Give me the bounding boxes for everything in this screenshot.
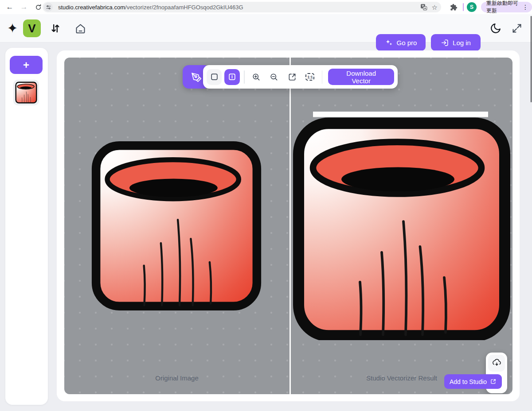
vectorizer-logo[interactable]: V [23, 19, 41, 37]
go-pro-button[interactable]: Go pro [376, 34, 426, 51]
external-link-icon [490, 378, 497, 385]
split-divider[interactable] [289, 58, 291, 394]
chrome-menu-icon[interactable]: ⋮ [522, 4, 528, 11]
log-in-label: Log in [453, 39, 471, 47]
sparkle-glyph: ✦ [7, 22, 18, 35]
logo-letter: V [28, 22, 35, 35]
actual-size-button[interactable]: 1:1 [302, 69, 317, 85]
dark-mode-moon-icon[interactable] [489, 22, 503, 35]
zoom-out-button[interactable] [266, 69, 282, 85]
original-pane-label: Original Image [155, 374, 199, 382]
browser-back-icon[interactable]: ← [4, 2, 15, 12]
download-vector-button[interactable]: Download Vector [328, 69, 394, 85]
extensions-icon[interactable] [448, 2, 459, 12]
vectorizer-page: ← → studio.creativefabrica.com/vectorize… [0, 0, 532, 411]
pen-nib-icon [191, 71, 202, 83]
viewer-toolbar: 1:1 Download Vector [203, 65, 398, 89]
log-in-button[interactable]: Log in [431, 34, 481, 51]
sparkle-logo-icon[interactable]: ✦ [5, 21, 20, 35]
thumbnail-art [15, 81, 37, 104]
app-header: ✦ V Go pro Log in [0, 14, 532, 43]
url-host: studio.creativefabrica.com [58, 4, 125, 11]
sparkles-icon [385, 39, 393, 47]
image-thumbnail[interactable] [13, 80, 39, 105]
translate-icon[interactable] [420, 4, 427, 11]
zoom-in-button[interactable] [249, 69, 264, 85]
result-white-strip [313, 112, 488, 117]
add-to-studio-label: Add to Studio [450, 378, 487, 385]
home-icon[interactable] [74, 22, 87, 35]
site-info-icon[interactable] [44, 3, 53, 12]
page-scrollbar[interactable] [531, 16, 532, 102]
download-vector-label: Download Vector [337, 70, 385, 85]
browser-chrome: ← → studio.creativefabrica.com/vectorize… [0, 0, 532, 14]
update-label: 重新啟動即可更新 [486, 0, 520, 15]
viewer-card: Original Image Studio Vectorizer Result [57, 50, 520, 401]
chrome-update-button[interactable]: 重新啟動即可更新 ⋮ [481, 2, 532, 12]
result-pane-label: Studio Vectorizer Result [366, 374, 437, 382]
browser-reload-icon[interactable] [33, 2, 43, 12]
sort-arrows-icon[interactable] [49, 22, 62, 35]
files-sidebar: + [5, 48, 48, 405]
profile-avatar[interactable]: S [467, 2, 477, 12]
add-image-button[interactable]: + [10, 56, 43, 74]
address-bar[interactable]: studio.creativefabrica.com/vectorizer/2f… [43, 2, 441, 12]
single-view-button[interactable] [207, 69, 222, 85]
chrome-divider [463, 3, 464, 11]
toolbar-divider-2 [322, 70, 323, 84]
go-pro-label: Go pro [397, 39, 417, 47]
browser-forward-icon[interactable]: → [19, 2, 29, 12]
plus-icon: + [23, 59, 29, 71]
vectorized-image [291, 112, 512, 340]
original-image [90, 140, 263, 312]
one-to-one-icon: 1:1 [305, 73, 314, 81]
fit-to-screen-button[interactable] [285, 69, 300, 85]
compare-canvas[interactable]: Original Image Studio Vectorizer Result [64, 58, 512, 394]
fullscreen-expand-icon[interactable] [510, 23, 524, 34]
download-cloud-button[interactable] [488, 355, 505, 372]
toolbar-divider [244, 70, 245, 84]
login-icon [441, 39, 449, 47]
add-to-studio-button[interactable]: Add to Studio [444, 374, 502, 389]
bookmark-star-icon[interactable]: ☆ [432, 4, 438, 11]
url-text: studio.creativefabrica.com/vectorizer/2f… [58, 4, 243, 11]
split-view-button[interactable] [224, 69, 239, 85]
download-cloud-icon [492, 359, 501, 368]
url-path: /vectorizer/2fnopaafamHFGOsqod2GkIU463G [125, 4, 243, 11]
